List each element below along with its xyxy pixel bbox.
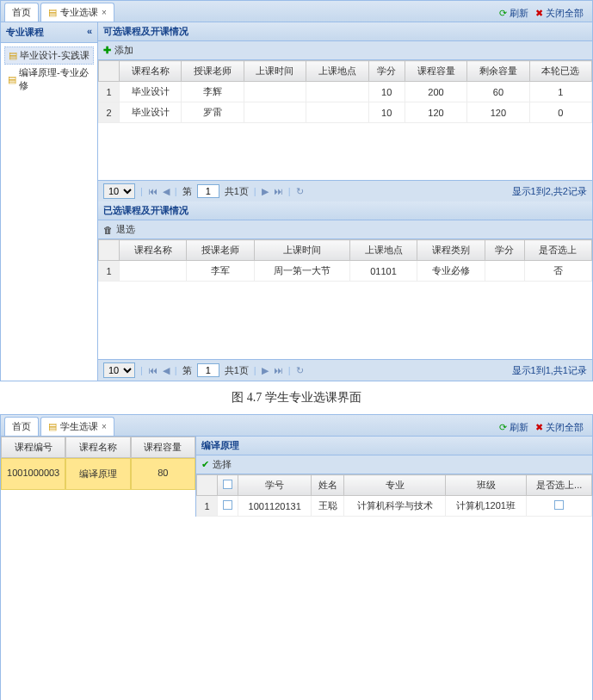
doc-icon: ▤ — [9, 50, 17, 61]
last-page-icon[interactable]: ⏭ — [274, 186, 283, 196]
pagination: 10 | ⏮ ◀ | 第 共1页 | ▶ ⏭ | ↻ 显示1到2,共2记录 — [98, 180, 592, 201]
sidebar: 专业课程« ▤毕业设计-实践课 ▤编译原理-专业必修 — [1, 22, 98, 381]
pagination: 10 | ⏮ ◀ | 第 共1页 | ▶ ⏭ | ↻ 显示1到1,共1记录 — [98, 359, 592, 381]
course-row-selected[interactable]: 1001000003 编译原理 80 — [1, 458, 195, 490]
doc-icon: ▤ — [8, 74, 16, 85]
tab-home[interactable]: 首页 — [4, 3, 39, 22]
drop-button[interactable]: 退选 — [116, 223, 135, 236]
prev-page-icon[interactable]: ◀ — [163, 186, 170, 197]
table-row[interactable]: 1 1001120131 王聪 计算机科学与技术 计算机1201班 — [197, 496, 592, 517]
next-page-icon[interactable]: ▶ — [262, 186, 269, 197]
sidebar-header: 专业课程« — [1, 22, 97, 43]
doc-icon: ▤ — [48, 7, 57, 18]
add-button[interactable]: 添加 — [114, 44, 133, 57]
course-list-panel: 课程编号 课程名称 课程容量 1001000003 编译原理 80 — [1, 437, 195, 517]
tab-student-select[interactable]: ▤学生选课× — [40, 417, 114, 436]
page-input[interactable] — [197, 184, 219, 198]
refresh-button[interactable]: ⟳刷新 — [499, 7, 528, 20]
page-input[interactable] — [197, 363, 219, 377]
tree-item-design[interactable]: ▤毕业设计-实践课 — [4, 46, 94, 65]
selected-checkbox[interactable] — [554, 500, 564, 510]
tabbar: 首页 ▤学生选课× ⟳刷新 ✖关闭全部 — [1, 415, 592, 437]
plus-icon: ✚ — [103, 45, 111, 56]
selected-courses-panel: 已选课程及开课情况 🗑退选 课程名称 授课老师 上课时间 上课地点 课程类别 学… — [98, 201, 592, 381]
refresh-icon: ⟳ — [499, 422, 507, 433]
header-checkbox[interactable] — [223, 480, 232, 489]
pick-button[interactable]: 选择 — [213, 458, 232, 471]
trash-icon: 🗑 — [103, 225, 113, 235]
check-icon: ✔ — [201, 459, 209, 470]
next-page-icon[interactable]: ▶ — [262, 365, 269, 376]
tree-item-compiler[interactable]: ▤编译原理-专业必修 — [4, 65, 94, 94]
panel-title: 编译原理 — [196, 437, 592, 455]
page-size-select[interactable]: 10 — [103, 183, 135, 199]
available-courses-panel: 可选课程及开课情况 ✚添加 课程名称 授课老师 上课时间 上课地点 学分 课程容… — [98, 22, 592, 201]
table-row[interactable]: 1 李军 周一第一大节 01101 专业必修 否 — [99, 261, 592, 282]
tab-label: 首页 — [12, 6, 31, 19]
refresh-icon[interactable]: ↻ — [296, 365, 304, 376]
refresh-icon: ⟳ — [499, 8, 507, 19]
close-icon[interactable]: × — [102, 8, 107, 17]
table-row[interactable]: 1 毕业设计 李辉 10 200 60 1 — [99, 82, 592, 102]
table-row[interactable]: 2 毕业设计 罗雷 10 120 120 0 — [99, 102, 592, 123]
close-all-button[interactable]: ✖关闭全部 — [535, 421, 584, 434]
prev-page-icon[interactable]: ◀ — [163, 365, 170, 376]
first-page-icon[interactable]: ⏮ — [148, 186, 158, 196]
doc-icon: ▤ — [48, 421, 57, 432]
close-icon[interactable]: × — [102, 422, 107, 431]
student-table: 学号 姓名 专业 班级 是否选上... 1 1001120131 王聪 计算机科… — [196, 474, 592, 517]
panel-title: 已选课程及开课情况 — [98, 201, 592, 220]
page-info: 显示1到1,共1记录 — [512, 364, 587, 377]
close-icon: ✖ — [535, 8, 543, 19]
close-all-button[interactable]: ✖关闭全部 — [535, 7, 584, 20]
available-table: 课程名称 授课老师 上课时间 上课地点 学分 课程容量 剩余容量 本轮已选 1 … — [98, 60, 592, 123]
close-icon: ✖ — [535, 422, 543, 433]
selected-table: 课程名称 授课老师 上课时间 上课地点 课程类别 学分 是否选上 1 李军 周一… — [98, 239, 592, 282]
tabbar: 首页 ▤专业选课× ⟳刷新 ✖关闭全部 — [1, 1, 592, 22]
teacher-course-window: 首页 ▤学生选课× ⟳刷新 ✖关闭全部 课程编号 课程名称 课程容量 10010… — [0, 414, 593, 700]
page-info: 显示1到2,共2记录 — [512, 185, 587, 198]
student-list-panel: 编译原理 ✔选择 学号 姓名 专业 班级 是否选上... 1 100112013… — [195, 437, 592, 517]
tab-course-select[interactable]: ▤专业选课× — [40, 3, 114, 22]
page-size-select[interactable]: 10 — [103, 362, 135, 378]
figure-caption: 图 4.7 学生专业选课界面 — [0, 381, 593, 414]
row-checkbox[interactable] — [223, 500, 232, 510]
refresh-icon[interactable]: ↻ — [296, 186, 304, 197]
collapse-icon[interactable]: « — [87, 26, 92, 39]
tab-home[interactable]: 首页 — [4, 417, 39, 436]
first-page-icon[interactable]: ⏮ — [148, 365, 158, 375]
tab-label: 专业选课 — [60, 6, 98, 19]
panel-title: 可选课程及开课情况 — [98, 22, 592, 41]
student-course-window: 首页 ▤专业选课× ⟳刷新 ✖关闭全部 专业课程« ▤毕业设计-实践课 ▤编译原… — [0, 0, 593, 381]
last-page-icon[interactable]: ⏭ — [274, 365, 283, 375]
refresh-button[interactable]: ⟳刷新 — [499, 421, 528, 434]
